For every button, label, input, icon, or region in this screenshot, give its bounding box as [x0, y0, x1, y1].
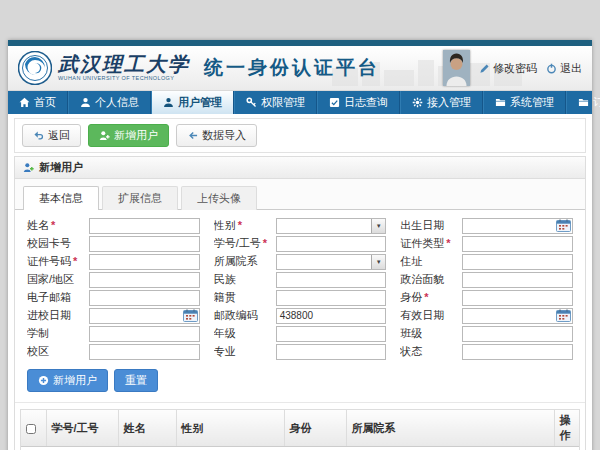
platform-title: 统一身份认证平台 [204, 55, 380, 81]
nav-item[interactable]: 权限管理 [234, 91, 317, 114]
form-field: 民族 [214, 272, 387, 287]
date-input[interactable] [462, 218, 573, 234]
nav-item[interactable]: 订阅管理 [566, 91, 600, 114]
tab[interactable]: 基本信息 [23, 186, 99, 210]
form-field: 有效日期 [400, 308, 573, 323]
header: 武汉理工大学 WUHAN UNIVERSITY OF TECHNOLOGY 统一… [8, 46, 592, 91]
add-user-button[interactable]: 新增用户 [88, 124, 169, 147]
text-input[interactable] [276, 236, 387, 252]
table-header-row: 学号/工号姓名性别身份所属院系操作 [21, 410, 579, 447]
calendar-icon[interactable] [556, 309, 571, 322]
text-input[interactable] [276, 344, 387, 360]
text-input[interactable] [89, 326, 200, 342]
field-label: 学制 [27, 326, 89, 341]
text-input[interactable] [276, 272, 387, 288]
nav-item[interactable]: 系统管理 [483, 91, 566, 114]
text-input[interactable] [89, 218, 200, 234]
text-input[interactable] [462, 272, 573, 288]
form-field: 班级 [400, 326, 573, 341]
select-input[interactable]: ▼ [276, 254, 387, 270]
field-label: 性别* [214, 218, 276, 233]
text-input[interactable] [462, 326, 573, 342]
change-password-link[interactable]: 修改密码 [479, 61, 537, 76]
field-label: 政治面貌 [400, 272, 462, 287]
calendar-icon[interactable] [183, 309, 198, 322]
form-field: 邮政编码 438800 [214, 308, 387, 323]
required-marker: * [238, 219, 242, 231]
text-input[interactable] [276, 290, 387, 306]
text-input[interactable] [89, 236, 200, 252]
folder-icon [578, 97, 589, 108]
field-label: 证件号码* [27, 254, 89, 269]
form-field: 姓名* [27, 218, 200, 233]
nav-item[interactable]: 接入管理 [400, 91, 483, 114]
text-input[interactable] [462, 254, 573, 270]
nav-item[interactable]: 个人信息 [68, 91, 151, 114]
form-field: 专业 [214, 344, 387, 359]
main-nav: 首页 个人信息 用户管理 权限管理 日志查询 接入管理 系统管理 订阅管理 [8, 91, 592, 114]
logout-link[interactable]: 退出 [546, 61, 582, 76]
empty-table-row [21, 447, 579, 450]
data-import-label: 数据导入 [202, 128, 246, 143]
nav-item[interactable]: 日志查询 [317, 91, 400, 114]
text-input[interactable] [276, 326, 387, 342]
select-input[interactable]: ▼ [276, 218, 387, 234]
reset-label: 重置 [125, 373, 147, 388]
dropdown-arrow-icon[interactable]: ▼ [371, 219, 385, 233]
data-import-button[interactable]: 数据导入 [176, 124, 257, 147]
form-field: 国家/地区 [27, 272, 200, 287]
field-label: 出生日期 [400, 218, 462, 233]
calendar-icon[interactable] [556, 219, 571, 232]
text-input[interactable] [89, 272, 200, 288]
field-label: 姓名* [27, 218, 89, 233]
university-logo [18, 51, 52, 85]
form-actions: 新增用户 重置 [15, 363, 585, 403]
text-input[interactable] [462, 344, 573, 360]
back-label: 返回 [48, 128, 70, 143]
form-field: 年级 [214, 326, 387, 341]
nav-item-label: 日志查询 [344, 95, 388, 110]
nav-item[interactable]: 用户管理 [151, 91, 234, 114]
field-label: 进校日期 [27, 308, 89, 323]
date-input[interactable] [89, 308, 200, 324]
user-form: 姓名* 性别* ▼ 出生日期 校园卡号 学号/工号* 证件类型* 证件号码* 所… [15, 210, 585, 363]
field-label: 学号/工号* [214, 236, 276, 251]
text-input[interactable] [462, 236, 573, 252]
text-input[interactable]: 438800 [276, 308, 387, 324]
nav-item-label: 订阅管理 [593, 95, 600, 110]
field-label: 所属院系 [214, 254, 276, 269]
submit-add-user-button[interactable]: 新增用户 [27, 369, 108, 392]
toolbar: 返回 新增用户 数据导入 [14, 118, 586, 153]
text-input[interactable] [89, 290, 200, 306]
field-label: 专业 [214, 344, 276, 359]
text-input[interactable] [462, 290, 573, 306]
university-name: 武汉理工大学 [58, 54, 190, 74]
tab[interactable]: 上传头像 [181, 186, 257, 210]
back-arrow-icon [33, 130, 44, 141]
field-label: 身份* [400, 290, 462, 305]
form-field: 证件号码* [27, 254, 200, 269]
power-icon [546, 63, 557, 74]
table-column-header: 操作 [554, 410, 579, 447]
text-input[interactable] [89, 344, 200, 360]
reset-button[interactable]: 重置 [114, 369, 158, 392]
form-field: 证件类型* [400, 236, 573, 251]
app-window: 武汉理工大学 WUHAN UNIVERSITY OF TECHNOLOGY 统一… [8, 40, 592, 450]
submit-label: 新增用户 [53, 373, 97, 388]
form-tabs: 基本信息 扩展信息 上传头像 [15, 179, 585, 210]
back-button[interactable]: 返回 [22, 124, 81, 147]
field-label: 校园卡号 [27, 236, 89, 251]
select-all-checkbox[interactable] [26, 424, 36, 434]
user-table: 学号/工号姓名性别身份所属院系操作 [20, 409, 580, 450]
university-name-block: 武汉理工大学 WUHAN UNIVERSITY OF TECHNOLOGY [58, 54, 190, 82]
folder-icon [495, 97, 506, 108]
add-user-icon [99, 130, 110, 141]
nav-item[interactable]: 首页 [8, 91, 68, 114]
form-field: 所属院系 ▼ [214, 254, 387, 269]
text-input[interactable] [89, 254, 200, 270]
dropdown-arrow-icon[interactable]: ▼ [371, 255, 385, 269]
header-user-area: 修改密码 退出 [443, 50, 582, 86]
tab[interactable]: 扩展信息 [102, 186, 178, 210]
nav-item-label: 系统管理 [510, 95, 554, 110]
date-input[interactable] [462, 308, 573, 324]
